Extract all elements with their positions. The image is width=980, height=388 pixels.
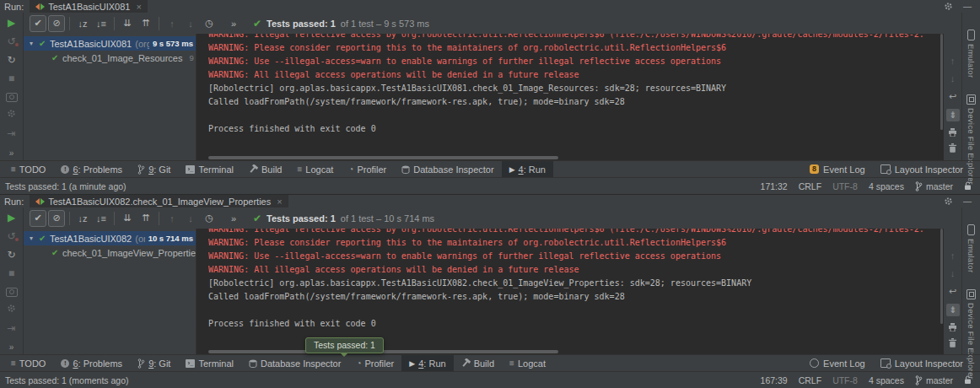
toggle-auto-test-icon[interactable]: ↻ bbox=[7, 54, 15, 66]
tool-button-todo[interactable]: ≡TODO bbox=[3, 161, 53, 177]
print-icon[interactable] bbox=[948, 128, 957, 137]
emulator-tool-button[interactable]: Emulator bbox=[967, 30, 976, 78]
close-tab-icon[interactable]: × bbox=[136, 2, 141, 12]
scroll-to-end-icon[interactable]: ⇟ bbox=[946, 304, 960, 316]
tool-button-build[interactable]: Build bbox=[454, 355, 502, 371]
indent-selector[interactable]: 4 spaces bbox=[869, 181, 904, 191]
scroll-to-end-icon[interactable]: ⇟ bbox=[946, 109, 960, 121]
tool-window-bar: ≡TODO 6: Problems 9: Git Terminal Databa… bbox=[0, 354, 980, 371]
encoding-selector[interactable]: UTF-8 bbox=[832, 375, 858, 385]
hide-stripe-chevrons-icon[interactable]: » bbox=[9, 148, 14, 158]
tool-button-problems[interactable]: 6: Problems bbox=[53, 355, 130, 371]
close-tab-icon[interactable]: × bbox=[277, 197, 282, 207]
exit-icon[interactable]: ⇥ bbox=[7, 127, 15, 139]
caret-position[interactable]: 171:32 bbox=[761, 181, 788, 191]
layout-inspector-button[interactable]: Layout Inspector bbox=[880, 164, 963, 175]
tool-button-profiler[interactable]: ◔Profiler bbox=[341, 161, 394, 177]
sort-alphabetically-icon[interactable]: ↓z bbox=[74, 15, 91, 32]
tool-button-run[interactable]: ▶4: Run bbox=[502, 161, 553, 177]
test-tree-row-root[interactable]: ▾ ✔ TestA1BasicUIX082 (org.aplas.basica … bbox=[24, 231, 196, 245]
rerun-button[interactable]: ▶ bbox=[8, 212, 15, 224]
lock-icon[interactable] bbox=[964, 375, 972, 385]
tool-button-problems[interactable]: 6: Problems bbox=[53, 161, 130, 177]
chevron-down-icon[interactable]: ▾ bbox=[30, 40, 39, 47]
more-actions-chevrons-icon[interactable]: » bbox=[225, 15, 242, 32]
git-branch-widget[interactable]: master bbox=[915, 375, 953, 385]
tool-button-todo[interactable]: ≡TODO bbox=[3, 355, 53, 371]
tool-button-terminal[interactable]: Terminal bbox=[178, 355, 241, 371]
console-output[interactable]: WARNING: Illegal reflective access by or… bbox=[196, 229, 944, 354]
event-log-button[interactable]: 8Event Log bbox=[810, 164, 865, 175]
settings-gear-icon[interactable] bbox=[944, 197, 953, 206]
tool-button-terminal[interactable]: Terminal bbox=[178, 161, 241, 177]
indent-selector[interactable]: 4 spaces bbox=[869, 375, 904, 385]
test-tree-row-root[interactable]: ▾ ✔ TestA1BasicUIX081 (org.aplas.basica … bbox=[24, 36, 196, 51]
tool-button-database-inspector[interactable]: Database Inspector bbox=[241, 355, 348, 371]
tool-button-run[interactable]: ▶4: Run bbox=[401, 355, 453, 371]
layout-inspector-button[interactable]: Layout Inspector bbox=[880, 358, 963, 369]
tool-button-build[interactable]: Build bbox=[241, 161, 289, 177]
hide-tool-window-icon[interactable]: — bbox=[963, 197, 972, 206]
chevron-down-icon[interactable]: ▾ bbox=[30, 234, 39, 242]
collapse-all-icon[interactable]: ⇈ bbox=[137, 210, 154, 227]
tool-button-database-inspector[interactable]: Database Inspector bbox=[394, 161, 501, 177]
run-tab[interactable]: TestA1BasicUIX082.check_01_ImageView_Pro… bbox=[30, 195, 288, 207]
test-tree-row-child[interactable]: ✔ check_01_ImageView_Properties 10 s 714… bbox=[24, 245, 196, 260]
encoding-selector[interactable]: UTF-8 bbox=[832, 181, 858, 191]
rerun-failed-tests-icon[interactable]: ↺ bbox=[7, 230, 15, 242]
vertical-scrollbar[interactable] bbox=[940, 34, 943, 130]
tool-button-profiler[interactable]: ◔Profiler bbox=[348, 355, 401, 371]
test-settings-gear-icon[interactable] bbox=[7, 304, 16, 315]
test-tree-row-child[interactable]: ✔ check_01_Image_Resources 9 s 573 ms bbox=[24, 51, 196, 65]
toggle-auto-test-icon[interactable]: ↻ bbox=[7, 249, 15, 261]
lock-icon[interactable] bbox=[964, 181, 972, 191]
clear-console-trash-icon[interactable] bbox=[949, 338, 956, 348]
show-passed-toggle[interactable]: ✔ bbox=[30, 15, 46, 32]
show-passed-toggle[interactable]: ✔ bbox=[30, 210, 46, 227]
camera-icon[interactable] bbox=[6, 288, 18, 297]
tool-button-logcat[interactable]: ≡Logcat bbox=[289, 161, 341, 177]
test-history-icon[interactable]: ◷ bbox=[201, 15, 218, 32]
expand-all-icon[interactable]: ⇊ bbox=[119, 210, 136, 227]
soft-wrap-icon[interactable]: ↩ bbox=[949, 91, 956, 102]
rerun-button[interactable]: ▶ bbox=[8, 17, 15, 29]
exit-icon[interactable]: ⇥ bbox=[7, 322, 15, 334]
test-settings-gear-icon[interactable] bbox=[7, 109, 16, 121]
clear-console-trash-icon[interactable] bbox=[949, 143, 956, 153]
hide-tool-window-icon[interactable]: — bbox=[963, 3, 972, 11]
git-branch-widget[interactable]: master bbox=[915, 181, 953, 191]
status-message: Tests passed: 1 (moments ago) bbox=[5, 375, 128, 385]
tool-button-logcat[interactable]: ≡Logcat bbox=[502, 355, 553, 371]
print-icon[interactable] bbox=[948, 323, 957, 331]
hide-stripe-chevrons-icon[interactable]: » bbox=[9, 342, 14, 352]
vertical-scrollbar[interactable] bbox=[940, 229, 943, 324]
soft-wrap-icon[interactable]: ↩ bbox=[949, 286, 956, 297]
show-ignored-toggle[interactable]: ⊘ bbox=[48, 15, 65, 32]
tool-button-git[interactable]: 9: Git bbox=[130, 161, 178, 177]
next-occurrence-icon: ↓ bbox=[182, 210, 199, 227]
caret-position[interactable]: 167:39 bbox=[761, 375, 788, 385]
expand-all-icon[interactable]: ⇊ bbox=[119, 15, 136, 32]
test-passed-icon: ✔ bbox=[39, 234, 50, 243]
line-ending-selector[interactable]: CRLF bbox=[799, 375, 821, 385]
console-line: [Robolectric] org.aplas.basicappx.TestA1… bbox=[208, 82, 944, 95]
line-ending-selector[interactable]: CRLF bbox=[799, 181, 821, 191]
tests-passed-detail: of 1 test – 9 s 573 ms bbox=[341, 19, 429, 29]
test-passed-icon: ✔ bbox=[39, 39, 50, 48]
event-log-button[interactable]: Event Log bbox=[810, 358, 865, 369]
sort-by-duration-icon[interactable]: ↓≡ bbox=[93, 15, 110, 32]
test-history-icon[interactable]: ◷ bbox=[201, 210, 218, 227]
settings-gear-icon[interactable] bbox=[944, 2, 953, 11]
show-ignored-toggle[interactable]: ⊘ bbox=[48, 210, 65, 227]
more-actions-chevrons-icon[interactable]: » bbox=[225, 210, 242, 227]
rerun-failed-tests-icon[interactable]: ↺ bbox=[7, 35, 15, 47]
horizontal-scrollbar[interactable] bbox=[208, 156, 558, 159]
sort-alphabetically-icon[interactable]: ↓z bbox=[74, 210, 91, 227]
console-output[interactable]: WARNING: Illegal reflective access by or… bbox=[196, 34, 944, 160]
camera-icon[interactable] bbox=[6, 93, 18, 102]
sort-by-duration-icon[interactable]: ↓≡ bbox=[93, 210, 110, 227]
emulator-tool-button[interactable]: Emulator bbox=[967, 224, 976, 272]
run-tab[interactable]: TestA1BasicUIX081 × bbox=[30, 0, 148, 13]
collapse-all-icon[interactable]: ⇈ bbox=[137, 15, 154, 32]
tool-button-git[interactable]: 9: Git bbox=[130, 355, 178, 371]
